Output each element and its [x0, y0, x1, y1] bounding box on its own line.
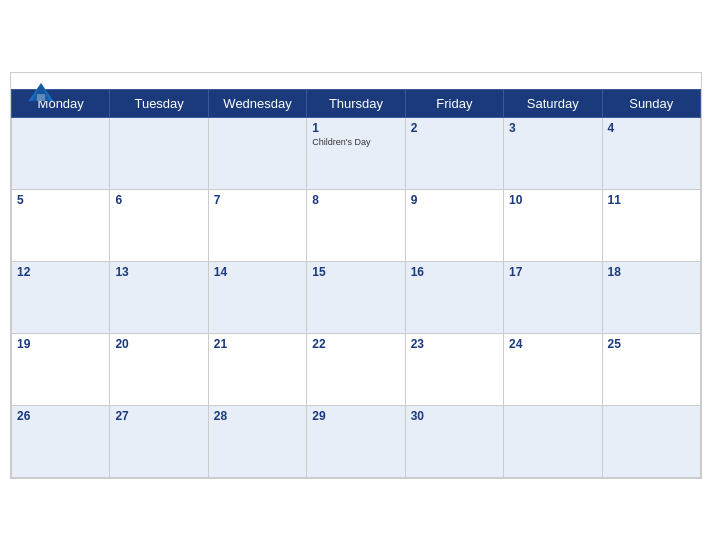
day-header-wednesday: Wednesday [208, 89, 306, 117]
day-header-tuesday: Tuesday [110, 89, 208, 117]
calendar-cell [208, 117, 306, 189]
calendar-cell: 23 [405, 333, 503, 405]
day-number: 21 [214, 337, 301, 351]
calendar-cell [110, 117, 208, 189]
calendar-cell: 14 [208, 261, 306, 333]
day-header-thursday: Thursday [307, 89, 405, 117]
day-number: 17 [509, 265, 596, 279]
day-number: 19 [17, 337, 104, 351]
day-number: 30 [411, 409, 498, 423]
day-header-saturday: Saturday [504, 89, 602, 117]
day-number: 5 [17, 193, 104, 207]
day-number: 1 [312, 121, 399, 135]
calendar-cell: 25 [602, 333, 700, 405]
calendar-cell: 1Children's Day [307, 117, 405, 189]
day-number: 13 [115, 265, 202, 279]
calendar-cell [602, 405, 700, 477]
calendar-cell: 4 [602, 117, 700, 189]
calendar-cell: 22 [307, 333, 405, 405]
day-number: 16 [411, 265, 498, 279]
calendar-header [11, 73, 701, 89]
day-number: 23 [411, 337, 498, 351]
calendar-cell: 3 [504, 117, 602, 189]
week-row-3: 12131415161718 [12, 261, 701, 333]
calendar-cell: 10 [504, 189, 602, 261]
calendar-table: MondayTuesdayWednesdayThursdayFridaySatu… [11, 89, 701, 478]
day-number: 4 [608, 121, 695, 135]
week-row-1: 1Children's Day234 [12, 117, 701, 189]
calendar-cell: 7 [208, 189, 306, 261]
day-header-friday: Friday [405, 89, 503, 117]
day-number: 12 [17, 265, 104, 279]
svg-rect-2 [37, 94, 45, 101]
calendar-cell: 2 [405, 117, 503, 189]
calendar-cell: 16 [405, 261, 503, 333]
logo [27, 81, 55, 105]
week-row-4: 19202122232425 [12, 333, 701, 405]
day-number: 28 [214, 409, 301, 423]
day-number: 25 [608, 337, 695, 351]
day-header-sunday: Sunday [602, 89, 700, 117]
calendar-cell: 27 [110, 405, 208, 477]
day-number: 8 [312, 193, 399, 207]
day-number: 22 [312, 337, 399, 351]
calendar-cell: 5 [12, 189, 110, 261]
day-number: 7 [214, 193, 301, 207]
calendar-cell: 9 [405, 189, 503, 261]
day-number: 24 [509, 337, 596, 351]
calendar-cell: 30 [405, 405, 503, 477]
calendar-cell: 19 [12, 333, 110, 405]
day-number: 10 [509, 193, 596, 207]
week-row-5: 2627282930 [12, 405, 701, 477]
calendar-container: MondayTuesdayWednesdayThursdayFridaySatu… [10, 72, 702, 479]
day-number: 2 [411, 121, 498, 135]
logo-icon [27, 81, 55, 103]
calendar-cell: 21 [208, 333, 306, 405]
day-number: 11 [608, 193, 695, 207]
calendar-cell: 20 [110, 333, 208, 405]
week-row-2: 567891011 [12, 189, 701, 261]
calendar-cell [12, 117, 110, 189]
calendar-thead: MondayTuesdayWednesdayThursdayFridaySatu… [12, 89, 701, 117]
calendar-cell: 17 [504, 261, 602, 333]
calendar-cell: 28 [208, 405, 306, 477]
day-number: 14 [214, 265, 301, 279]
day-number: 15 [312, 265, 399, 279]
calendar-cell: 18 [602, 261, 700, 333]
calendar-cell: 15 [307, 261, 405, 333]
calendar-cell: 29 [307, 405, 405, 477]
calendar-cell: 13 [110, 261, 208, 333]
day-number: 29 [312, 409, 399, 423]
calendar-body: 1Children's Day2345678910111213141516171… [12, 117, 701, 477]
day-number: 26 [17, 409, 104, 423]
calendar-cell: 12 [12, 261, 110, 333]
day-number: 6 [115, 193, 202, 207]
calendar-cell: 8 [307, 189, 405, 261]
day-number: 9 [411, 193, 498, 207]
day-number: 20 [115, 337, 202, 351]
days-header-row: MondayTuesdayWednesdayThursdayFridaySatu… [12, 89, 701, 117]
calendar-cell: 26 [12, 405, 110, 477]
calendar-cell: 24 [504, 333, 602, 405]
day-number: 18 [608, 265, 695, 279]
day-number: 3 [509, 121, 596, 135]
day-event: Children's Day [312, 137, 399, 147]
calendar-cell [504, 405, 602, 477]
calendar-cell: 11 [602, 189, 700, 261]
calendar-cell: 6 [110, 189, 208, 261]
day-number: 27 [115, 409, 202, 423]
